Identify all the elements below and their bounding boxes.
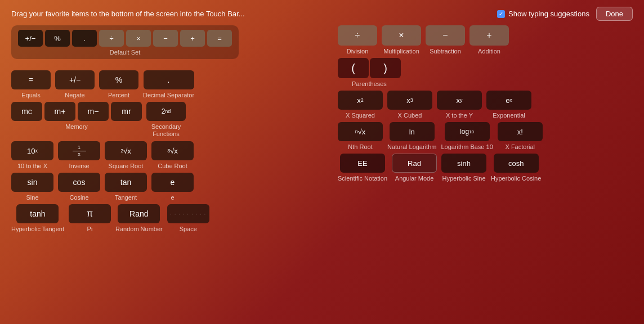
label-ee: Scientific Notation	[338, 175, 387, 182]
key-mr[interactable]: mr	[111, 102, 142, 121]
label-sin: Sine	[26, 194, 38, 201]
top-bar: Drag your favorite items to the bottom o…	[0, 0, 644, 25]
key-10x[interactable]: 10x	[11, 141, 53, 160]
key-nthroot[interactable]: n√x	[338, 122, 383, 141]
key-space[interactable]: · · · · · · · · ·	[167, 204, 209, 223]
default-set-container: +/− % . ÷ × − + = Default Set	[11, 25, 239, 59]
item-exponential: ex Exponential	[486, 91, 531, 119]
item-sqroot: 2√x Square Root	[105, 141, 147, 169]
key-pi[interactable]: π	[69, 204, 111, 223]
key-mc[interactable]: mc	[11, 102, 42, 121]
label-xcubed: X Cubed	[398, 112, 422, 119]
show-typing-option[interactable]: ✓ Show typing suggestions	[497, 10, 589, 18]
label-sqroot: Square Root	[109, 163, 144, 169]
default-set-label: Default Set	[18, 49, 232, 56]
key-cos[interactable]: cos	[58, 173, 100, 192]
label-nthroot: Nth Root	[348, 143, 372, 150]
key-equals[interactable]: =	[11, 70, 51, 89]
key-decimal-ds[interactable]: .	[72, 30, 97, 47]
key-negate[interactable]: +/−	[55, 70, 95, 89]
row-1: = Equals +/− Negate % Percent . Decimal …	[11, 70, 327, 98]
item-xfactorial: x! X Factorial	[498, 122, 543, 150]
item-negate: +/− Negate	[55, 70, 95, 98]
key-plusminus[interactable]: +/−	[18, 30, 43, 47]
right-row-3: x2 X Squared x3 X Cubed xy X to the Y ex…	[338, 91, 633, 119]
item-log10: log10 Logarithm Base 10	[441, 122, 493, 150]
label-tan: Tangent	[115, 194, 137, 201]
key-ee[interactable]: EE	[340, 154, 385, 173]
key-cuberoot[interactable]: 3√x	[151, 141, 194, 160]
key-mplus[interactable]: m+	[44, 102, 75, 121]
show-typing-checkbox[interactable]: ✓	[497, 10, 505, 18]
key-e[interactable]: e	[151, 173, 194, 192]
key-sinh[interactable]: sinh	[441, 154, 486, 173]
label-cuberoot: Cube Root	[158, 163, 187, 169]
key-sin[interactable]: sin	[11, 173, 53, 192]
row-3: 10x 10 to the X 1 x Inverse 2√x Square R…	[11, 141, 327, 169]
key-xsquared[interactable]: x2	[338, 91, 383, 110]
key-tanh[interactable]: tanh	[16, 204, 59, 223]
show-typing-label: Show typing suggestions	[508, 10, 589, 18]
item-cuberoot: 3√x Cube Root	[151, 141, 194, 169]
key-percent[interactable]: %	[99, 70, 138, 89]
default-set-section: +/− % . ÷ × − + = Default Set	[11, 25, 327, 65]
label-sinh: Hyperbolic Sine	[442, 175, 486, 182]
label-cos: Cosine	[69, 194, 88, 201]
key-addition[interactable]: +	[469, 25, 509, 46]
key-paren-close[interactable]: )	[370, 58, 401, 78]
key-multiply-ds[interactable]: ×	[126, 30, 151, 47]
key-secondary[interactable]: 2nd	[146, 102, 186, 121]
key-percent-ds[interactable]: %	[45, 30, 70, 47]
row-4: sin Sine cos Cosine tan Tangent e e	[11, 173, 327, 201]
key-minus-ds[interactable]: −	[153, 30, 178, 47]
row-2: mc m+ m− mr Memory 2nd Secondary Functio…	[11, 102, 327, 138]
item-nthroot: n√x Nth Root	[338, 122, 383, 150]
label-cosh: Hyperbolic Cosine	[491, 175, 541, 182]
main-content: +/− % . ÷ × − + = Default Set = Equals +…	[0, 25, 644, 236]
right-panel: ÷ Division × Multiplication − Subtractio…	[338, 25, 633, 236]
key-division[interactable]: ÷	[338, 25, 377, 46]
key-xtoy[interactable]: xy	[437, 91, 482, 110]
key-rand[interactable]: Rand	[118, 204, 160, 223]
item-xcubed: x3 X Cubed	[387, 91, 432, 119]
label-division: Division	[347, 48, 369, 55]
item-cos: cos Cosine	[58, 173, 100, 201]
key-rad[interactable]: Rad	[392, 154, 437, 173]
key-plus-ds[interactable]: +	[180, 30, 205, 47]
item-xtoy: xy X to the Y	[437, 91, 482, 119]
label-negate: Negate	[65, 92, 84, 98]
item-multiplication: × Multiplication	[382, 25, 421, 55]
label-pi: Pi	[87, 226, 93, 232]
key-equals-ds[interactable]: =	[207, 30, 232, 47]
key-sqroot[interactable]: 2√x	[105, 141, 147, 160]
key-multiplication[interactable]: ×	[382, 25, 421, 46]
item-space: · · · · · · · · · Space	[167, 204, 209, 232]
item-addition: + Addition	[469, 25, 509, 55]
key-subtraction[interactable]: −	[426, 25, 465, 46]
item-tanh: tanh Hyperbolic Tangent	[11, 204, 64, 232]
label-percent: Percent	[108, 92, 129, 98]
key-exponential[interactable]: ex	[486, 91, 531, 110]
key-inverse[interactable]: 1 x	[58, 141, 100, 160]
label-tanh: Hyperbolic Tangent	[11, 226, 64, 232]
item-inverse: 1 x Inverse	[58, 141, 100, 169]
key-xfactorial[interactable]: x!	[498, 122, 543, 141]
label-subtraction: Subtraction	[430, 48, 461, 55]
key-mminus[interactable]: m−	[78, 102, 109, 121]
done-button[interactable]: Done	[596, 7, 633, 21]
key-ln[interactable]: ln	[390, 122, 435, 141]
key-tan[interactable]: tan	[105, 173, 147, 192]
key-log10[interactable]: log10	[445, 122, 490, 141]
item-decimal: . Decimal Separator	[143, 70, 194, 98]
key-cosh[interactable]: cosh	[494, 154, 539, 173]
label-secondary: Secondary Functions	[151, 123, 181, 138]
memory-keys: mc m+ m− mr	[11, 102, 142, 121]
item-secondary: 2nd Secondary Functions	[146, 102, 186, 138]
key-xcubed[interactable]: x3	[387, 91, 432, 110]
key-decimal[interactable]: .	[144, 70, 194, 89]
row-5: tanh Hyperbolic Tangent π Pi Rand Random…	[11, 204, 327, 232]
label-10x: 10 to the X	[17, 163, 47, 169]
key-paren-open[interactable]: (	[338, 58, 369, 78]
item-memory: mc m+ m− mr Memory	[11, 102, 142, 130]
key-divide-ds[interactable]: ÷	[99, 30, 124, 47]
